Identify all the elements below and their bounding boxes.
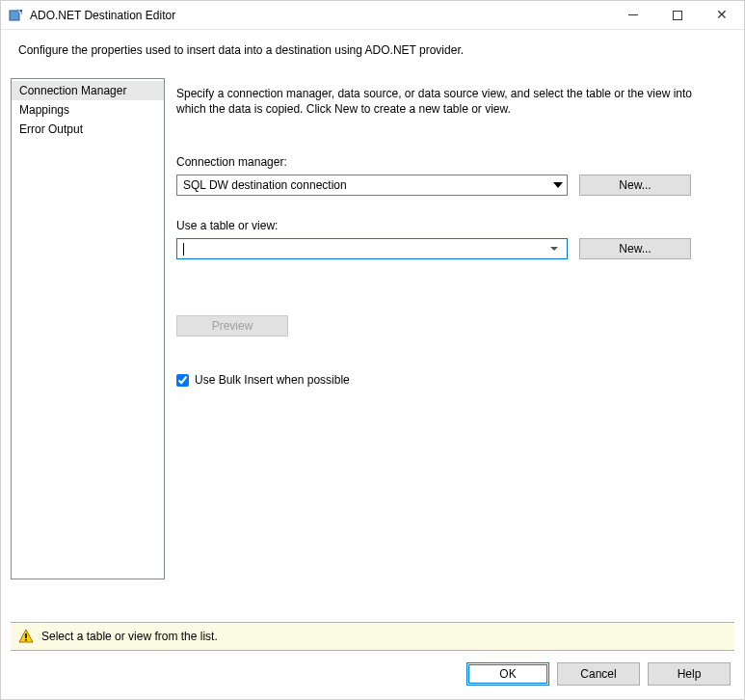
description-text: Configure the properties used to insert … [18, 43, 727, 57]
sidebar-item-mappings[interactable]: Mappings [12, 100, 164, 120]
chevron-down-icon [550, 247, 558, 251]
sidebar-list[interactable]: Connection Manager Mappings Error Output [11, 78, 165, 579]
bulk-insert-row[interactable]: Use Bulk Insert when possible [176, 373, 729, 387]
minimize-icon [628, 14, 638, 15]
chevron-down-icon [553, 182, 563, 188]
table-view-input[interactable] [184, 242, 546, 256]
ok-label: OK [499, 667, 516, 681]
intro-text: Specify a connection manager, data sourc… [176, 86, 729, 117]
ok-button[interactable]: OK [466, 662, 549, 686]
maximize-button[interactable] [655, 1, 700, 30]
description-row: Configure the properties used to insert … [1, 30, 744, 67]
cancel-button[interactable]: Cancel [557, 662, 640, 686]
svg-rect-2 [25, 639, 27, 641]
table-view-label: Use a table or view: [176, 219, 729, 232]
close-button[interactable]: ✕ [700, 1, 744, 30]
maximize-icon [673, 11, 682, 20]
main-area: Connection Manager Mappings Error Output… [1, 67, 744, 616]
connection-manager-combo[interactable]: SQL DW destination connection [176, 175, 568, 196]
table-view-dropdown[interactable] [176, 238, 568, 259]
footer: OK Cancel Help [1, 651, 744, 699]
window-title: ADO.NET Destination Editor [30, 9, 175, 22]
warning-icon [18, 629, 34, 644]
status-bar: Select a table or view from the list. [11, 622, 734, 651]
preview-row: Preview [176, 315, 729, 337]
connection-manager-block: Connection manager: SQL DW destination c… [176, 155, 729, 196]
sidebar-item-label: Connection Manager [19, 84, 126, 97]
bulk-insert-label: Use Bulk Insert when possible [195, 373, 350, 387]
sidebar-item-label: Error Output [19, 122, 83, 136]
new-table-label: New... [619, 242, 651, 256]
bulk-insert-checkbox[interactable] [176, 374, 189, 387]
new-connection-button[interactable]: New... [579, 175, 691, 196]
cancel-label: Cancel [580, 667, 616, 681]
preview-label: Preview [212, 319, 253, 333]
minimize-button[interactable] [611, 1, 655, 30]
table-view-block: Use a table or view: New... [176, 219, 729, 259]
new-table-button[interactable]: New... [579, 238, 691, 259]
status-message: Select a table or view from the list. [41, 630, 218, 643]
svg-rect-0 [10, 11, 19, 20]
help-button[interactable]: Help [648, 662, 731, 686]
window-controls: ✕ [611, 1, 744, 30]
title-bar: ADO.NET Destination Editor ✕ [1, 1, 744, 30]
sidebar-item-connection-manager[interactable]: Connection Manager [12, 81, 164, 100]
dropdown-arrow-button[interactable] [546, 247, 563, 251]
connection-manager-label: Connection manager: [176, 155, 729, 169]
close-icon: ✕ [716, 8, 728, 21]
svg-rect-1 [25, 633, 27, 638]
connection-manager-value: SQL DW destination connection [183, 178, 347, 192]
help-label: Help [678, 667, 702, 681]
sidebar-item-label: Mappings [19, 103, 69, 117]
app-icon [9, 8, 24, 23]
new-connection-label: New... [619, 178, 651, 192]
sidebar-item-error-output[interactable]: Error Output [12, 120, 164, 139]
content-pane: Specify a connection manager, data sourc… [176, 78, 734, 616]
preview-button: Preview [176, 315, 288, 337]
